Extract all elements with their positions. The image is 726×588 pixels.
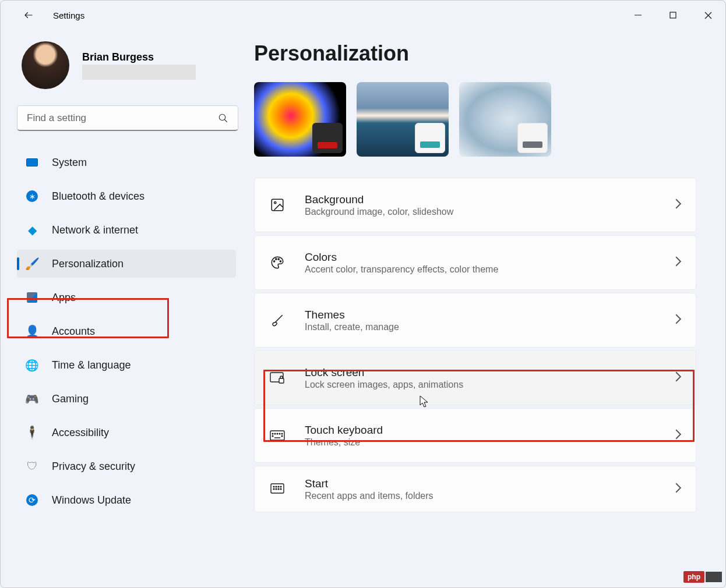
profile-name: Brian Burgess: [82, 51, 196, 63]
search-input[interactable]: [27, 112, 218, 124]
accessibility-icon: 🕴: [25, 426, 39, 440]
svg-point-19: [281, 433, 283, 434]
card-title: Start: [305, 477, 656, 490]
bluetooth-icon: ∗: [25, 189, 39, 203]
svg-point-24: [273, 486, 274, 487]
card-title: Background: [305, 193, 656, 206]
svg-point-27: [280, 486, 281, 487]
sidebar-item-privacy[interactable]: 🛡Privacy & security: [17, 452, 236, 480]
setting-touch-keyboard[interactable]: Touch keyboardThemes, size: [254, 408, 696, 463]
card-desc: Install, create, manage: [305, 322, 656, 332]
sidebar-item-personalization[interactable]: 🖌️Personalization: [17, 250, 236, 278]
card-desc: Lock screen images, apps, animations: [305, 380, 656, 390]
sidebar-item-gaming[interactable]: 🎮Gaming: [17, 385, 236, 413]
minimize-icon: [635, 12, 642, 19]
wifi-icon: ◆: [25, 223, 39, 237]
svg-point-30: [278, 488, 279, 490]
theme-preview-abstract[interactable]: [459, 82, 551, 157]
sidebar-item-time-language[interactable]: 🌐Time & language: [17, 351, 236, 379]
chevron-right-icon: [675, 429, 682, 442]
close-icon: [704, 12, 712, 19]
svg-point-17: [277, 433, 278, 434]
card-title: Themes: [305, 309, 656, 321]
page-title: Personalization: [254, 41, 696, 66]
svg-rect-13: [279, 378, 284, 383]
svg-point-20: [272, 435, 273, 437]
sidebar-item-label: Network & internet: [52, 224, 138, 236]
sidebar-item-label: Accessibility: [52, 427, 109, 439]
setting-start[interactable]: StartRecent apps and items, folders: [254, 466, 696, 512]
svg-point-18: [279, 433, 280, 434]
sidebar-item-windows-update[interactable]: ⟳Windows Update: [17, 486, 236, 514]
sidebar-item-accounts[interactable]: 👤Accounts: [17, 317, 236, 345]
search-box[interactable]: [17, 105, 238, 131]
theme-preview-landscape[interactable]: [357, 82, 449, 157]
globe-clock-icon: 🌐: [25, 358, 39, 372]
back-arrow-icon: [23, 10, 34, 20]
maximize-button[interactable]: [655, 3, 690, 27]
start-icon: [269, 480, 286, 498]
sidebar-item-label: Apps: [52, 292, 76, 304]
card-title: Colors: [305, 251, 656, 264]
taskbar-preview: [517, 123, 548, 153]
svg-point-8: [274, 261, 275, 262]
watermark-ext: [706, 572, 722, 582]
system-icon: [25, 155, 39, 169]
keyboard-icon: [269, 427, 286, 444]
back-button[interactable]: [17, 3, 40, 27]
card-desc: Recent apps and items, folders: [305, 491, 656, 501]
card-desc: Accent color, transparency effects, colo…: [305, 264, 656, 275]
minimize-button[interactable]: [621, 3, 655, 27]
sidebar-item-system[interactable]: System: [17, 148, 236, 176]
svg-rect-6: [272, 199, 283, 211]
maximize-icon: [669, 12, 676, 19]
settings-list: BackgroundBackground image, color, slide…: [254, 178, 696, 512]
avatar: [22, 41, 69, 89]
svg-rect-23: [271, 484, 284, 493]
search-icon: [218, 113, 228, 123]
sidebar-item-accessibility[interactable]: 🕴Accessibility: [17, 419, 236, 447]
sidebar-item-bluetooth[interactable]: ∗Bluetooth & devices: [17, 182, 236, 210]
setting-colors[interactable]: ColorsAccent color, transparency effects…: [254, 235, 696, 290]
chevron-right-icon: [675, 483, 682, 495]
chevron-right-icon: [675, 314, 682, 327]
image-icon: [269, 196, 286, 214]
card-title: Lock screen: [305, 366, 656, 379]
setting-lock-screen[interactable]: Lock screenLock screen images, apps, ani…: [254, 350, 696, 405]
card-desc: Themes, size: [305, 437, 656, 448]
window-title: Settings: [53, 10, 84, 20]
svg-point-28: [273, 488, 274, 490]
content-pane: Personalization BackgroundBackground ima…: [245, 30, 725, 587]
svg-point-11: [280, 261, 281, 262]
svg-point-10: [278, 258, 279, 260]
shield-icon: 🛡: [25, 459, 39, 473]
svg-point-16: [274, 433, 276, 434]
apps-icon: [25, 291, 39, 304]
gamepad-icon: 🎮: [25, 392, 39, 406]
window-controls: [621, 3, 725, 27]
svg-point-9: [276, 258, 277, 260]
sidebar-item-label: Privacy & security: [52, 461, 135, 473]
svg-point-29: [276, 488, 277, 490]
svg-point-4: [219, 114, 225, 121]
close-button[interactable]: [690, 3, 725, 27]
sidebar-item-label: Time & language: [52, 359, 131, 371]
profile-block[interactable]: Brian Burgess: [17, 41, 236, 89]
watermark-badge: php: [683, 571, 722, 583]
svg-point-26: [278, 486, 279, 487]
sidebar-item-label: Personalization: [52, 258, 124, 270]
sidebar-item-apps[interactable]: Apps: [17, 284, 236, 311]
brush-icon: [269, 311, 286, 329]
nav-list: System ∗Bluetooth & devices ◆Network & i…: [17, 148, 236, 514]
theme-preview-dark[interactable]: [254, 82, 346, 157]
setting-themes[interactable]: ThemesInstall, create, manage: [254, 293, 696, 348]
update-icon: ⟳: [25, 493, 39, 507]
taskbar-preview: [415, 123, 445, 153]
svg-rect-1: [670, 12, 676, 18]
svg-point-15: [272, 433, 273, 434]
sidebar: Brian Burgess System ∗Bluetooth & device…: [1, 30, 245, 587]
sidebar-item-label: Windows Update: [52, 494, 131, 506]
svg-point-7: [274, 202, 276, 204]
setting-background[interactable]: BackgroundBackground image, color, slide…: [254, 178, 696, 232]
sidebar-item-network[interactable]: ◆Network & internet: [17, 216, 236, 244]
